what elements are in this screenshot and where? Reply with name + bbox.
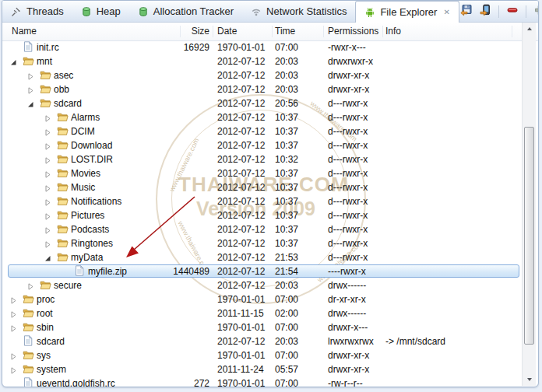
row-name: Alarms bbox=[71, 110, 100, 124]
expander-collapsed-icon[interactable] bbox=[44, 110, 51, 124]
tree-row[interactable]: Pictures2012-07-1210:37d---rwxr-x bbox=[2, 208, 538, 222]
column-header-permissions[interactable]: Permissions bbox=[328, 23, 378, 40]
row-time: 10:37 bbox=[275, 208, 298, 222]
tree-row[interactable]: Ringtones2012-07-1210:37d---rwxr-x bbox=[2, 236, 538, 250]
row-name: sdcard bbox=[54, 96, 82, 110]
tree-row[interactable]: sdcard2012-07-1220:56d---rwxr-x bbox=[2, 96, 538, 110]
expander-collapsed-icon[interactable] bbox=[44, 222, 51, 236]
expander-collapsed-icon[interactable] bbox=[44, 124, 51, 138]
folder-icon bbox=[40, 82, 51, 96]
tree-row[interactable]: mnt2012-07-1220:03drwxrwxr-x bbox=[2, 54, 538, 68]
expander-collapsed-icon[interactable] bbox=[44, 236, 51, 250]
row-time: 20:03 bbox=[275, 278, 298, 292]
expander-collapsed-icon[interactable] bbox=[44, 166, 51, 180]
column-resize-handle[interactable] bbox=[323, 26, 324, 37]
new-folder-button[interactable] bbox=[533, 4, 539, 19]
column-resize-handle[interactable] bbox=[382, 26, 383, 37]
tree-row[interactable]: myfile.zip14404892012-07-1221:54----rwxr… bbox=[2, 264, 538, 278]
row-date: 2012-07-12 bbox=[217, 110, 265, 124]
tree-row[interactable]: Podcasts2012-07-1210:37d---rwxr-x bbox=[2, 222, 538, 236]
expander-collapsed-icon[interactable] bbox=[44, 152, 51, 166]
expander-collapsed-icon[interactable] bbox=[10, 292, 17, 306]
tree-row[interactable]: sdcard2012-07-1220:03lrwxrwxrwx-> /mnt/s… bbox=[2, 334, 538, 348]
expander-collapsed-icon[interactable] bbox=[44, 194, 51, 208]
row-time: 02:00 bbox=[275, 306, 298, 320]
push-file-button[interactable] bbox=[479, 4, 491, 19]
tree-row[interactable]: system2011-11-2405:57drwxr-xr-x bbox=[2, 362, 538, 376]
row-name: sbin bbox=[37, 320, 54, 334]
tab-bar: ThreadsHeapAllocation TrackerNetwork Sta… bbox=[2, 1, 538, 23]
row-size: 1440489 bbox=[161, 264, 209, 278]
column-resize-handle[interactable] bbox=[512, 26, 512, 37]
row-perms: d---rwxr-x bbox=[328, 166, 368, 180]
expander-collapsed-icon[interactable] bbox=[44, 180, 51, 194]
vertical-scrollbar[interactable] bbox=[522, 23, 536, 386]
tab-file-explorer[interactable]: File Explorer✕ bbox=[355, 1, 459, 23]
network-statistics-icon bbox=[251, 6, 262, 17]
tree-row[interactable]: sbin1970-01-0107:00drwxr-x--- bbox=[2, 320, 538, 334]
tab-threads[interactable]: Threads bbox=[2, 1, 72, 22]
tree-row[interactable]: LOST.DIR2012-07-1210:32d---rwxr-x bbox=[2, 152, 538, 166]
folder-icon bbox=[23, 320, 34, 334]
tree-row[interactable]: Notifications2012-07-1210:37d---rwxr-x bbox=[2, 194, 538, 208]
expander-expanded-icon[interactable] bbox=[27, 96, 34, 110]
row-time: 10:37 bbox=[275, 124, 298, 138]
column-header-time[interactable]: Time bbox=[275, 23, 295, 40]
tab-label: File Explorer bbox=[380, 6, 437, 18]
expander-collapsed-icon[interactable] bbox=[10, 320, 17, 334]
tab-network-statistics[interactable]: Network Statistics bbox=[242, 1, 355, 22]
row-time: 20:03 bbox=[275, 54, 298, 68]
expander-collapsed-icon[interactable] bbox=[10, 362, 17, 376]
triangle-down-icon bbox=[527, 378, 532, 381]
tree-row[interactable]: Music2012-07-1210:37d---rwxr-x bbox=[2, 180, 538, 194]
tree-row[interactable]: DCIM2012-07-1210:37d---rwxr-x bbox=[2, 124, 538, 138]
scrollbar-thumb[interactable] bbox=[524, 127, 534, 345]
expander-collapsed-icon[interactable] bbox=[44, 208, 51, 222]
column-header-info[interactable]: Info bbox=[385, 23, 401, 40]
row-time: 10:37 bbox=[275, 180, 298, 194]
tree-row[interactable]: Download2012-07-1210:37d---rwxr-x bbox=[2, 138, 538, 152]
row-time: 10:37 bbox=[275, 222, 298, 236]
tree-row[interactable]: sys1970-01-0107:00drwxr-xr-x bbox=[2, 348, 538, 362]
row-name: system bbox=[37, 362, 66, 376]
expander-collapsed-icon[interactable] bbox=[27, 278, 34, 292]
scroll-down-button[interactable] bbox=[523, 373, 536, 386]
tree-row[interactable]: init.rc169291970-01-0107:00-rwxr-x--- bbox=[2, 40, 538, 54]
tree-row[interactable]: asec2012-07-1220:03drwxr-xr-x bbox=[2, 68, 538, 82]
column-resize-handle[interactable] bbox=[213, 26, 213, 37]
tree-row[interactable]: secure2012-07-1220:03drwx------ bbox=[2, 278, 538, 292]
scroll-up-button[interactable] bbox=[523, 23, 536, 35]
close-icon[interactable]: ✕ bbox=[443, 8, 449, 16]
column-resize-handle[interactable] bbox=[180, 26, 181, 37]
column-header-name[interactable]: Name bbox=[12, 23, 37, 40]
expander-expanded-icon[interactable] bbox=[44, 250, 51, 264]
expander-collapsed-icon[interactable] bbox=[10, 348, 17, 362]
delete-button[interactable] bbox=[506, 4, 519, 19]
tree-row[interactable]: proc1970-01-0107:00dr-xr-xr-x bbox=[2, 292, 538, 306]
tree-row[interactable]: root2011-11-1502:00drwx------ bbox=[2, 306, 538, 320]
delete-icon bbox=[506, 4, 519, 19]
expander-collapsed-icon[interactable] bbox=[27, 82, 34, 96]
row-time: 10:37 bbox=[275, 166, 298, 180]
tree-row[interactable]: myData2012-07-1221:53d---rwxr-x bbox=[2, 250, 538, 264]
expander-collapsed-icon[interactable] bbox=[27, 68, 34, 82]
row-date: 2012-07-12 bbox=[217, 278, 265, 292]
row-name: ueventd.goldfish.rc bbox=[37, 376, 115, 387]
expander-expanded-icon[interactable] bbox=[10, 54, 17, 68]
tree-row[interactable]: Movies2012-07-1210:37d---rwxr-x bbox=[2, 166, 538, 180]
tree-row[interactable]: ueventd.goldfish.rc2721970-01-0107:00-rw… bbox=[2, 376, 538, 387]
row-name: obb bbox=[54, 82, 69, 96]
tab-allocation-tracker[interactable]: Allocation Tracker bbox=[129, 1, 242, 22]
expander-collapsed-icon[interactable] bbox=[10, 306, 17, 320]
column-header-size[interactable]: Size bbox=[161, 23, 209, 40]
row-perms: d---rwxr-x bbox=[328, 236, 368, 250]
folder-icon bbox=[57, 208, 69, 222]
tree-row[interactable]: obb2012-07-1220:03drwxr-xr-x bbox=[2, 82, 538, 96]
column-resize-handle[interactable] bbox=[272, 26, 273, 37]
pull-file-button[interactable] bbox=[459, 4, 472, 19]
expander-collapsed-icon[interactable] bbox=[44, 138, 51, 152]
row-name: root bbox=[37, 306, 53, 320]
tab-heap[interactable]: Heap bbox=[72, 1, 129, 22]
tree-row[interactable]: Alarms2012-07-1210:37d---rwxr-x bbox=[2, 110, 538, 124]
column-header-date[interactable]: Date bbox=[217, 23, 237, 40]
